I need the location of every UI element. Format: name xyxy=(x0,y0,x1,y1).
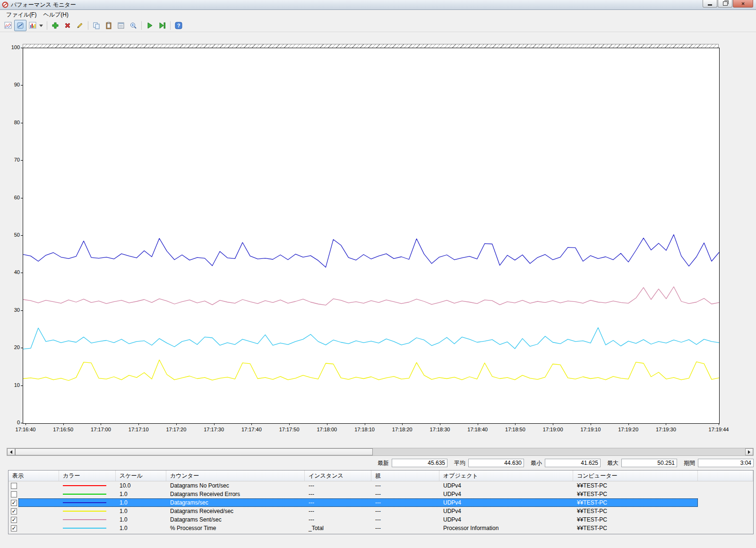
average-value: 44.630 xyxy=(468,459,524,467)
y-axis-tick-label: 40 xyxy=(1,269,20,275)
duration-value: 3:04 xyxy=(698,459,754,467)
counter-legend-table: 表示 カラー スケール カウンター インスタンス 親 オブジェクト コンピュータ… xyxy=(8,470,754,534)
horizontal-scrollbar[interactable] xyxy=(7,448,754,456)
highlight-pencil-icon xyxy=(76,22,84,29)
counter-statistics-bar: 最新 45.635 平均 44.630 最小 41.625 最大 50.251 … xyxy=(371,458,754,468)
legend-row[interactable]: 1.0Datagrams Received Errors------UDPv4¥… xyxy=(9,490,753,498)
column-header-parent[interactable]: 親 xyxy=(371,471,439,481)
column-header-color[interactable]: カラー xyxy=(59,471,116,481)
parent-cell: --- xyxy=(371,499,439,506)
scroll-right-button[interactable] xyxy=(745,448,753,455)
column-header-object[interactable]: オブジェクト xyxy=(439,471,573,481)
column-header-scale[interactable]: スケール xyxy=(116,471,166,481)
instance-cell: --- xyxy=(305,482,371,489)
histogram-dropdown-button[interactable] xyxy=(26,20,39,31)
counter-cell: Datagrams/sec xyxy=(166,499,305,506)
toolbar-separator xyxy=(170,21,171,30)
x-axis-tick-label: 17:17:10 xyxy=(129,427,149,432)
show-checkbox-checked[interactable]: ✓ xyxy=(11,500,17,506)
x-axis-tick-label: 17:19:44 xyxy=(709,427,729,432)
object-cell: UDPv4 xyxy=(439,491,573,497)
x-axis-tick xyxy=(101,423,101,425)
column-header-instance[interactable]: インスタンス xyxy=(305,471,371,481)
histogram-dropdown-icon xyxy=(29,22,36,29)
menu-help[interactable]: ヘルプ(H) xyxy=(40,10,72,20)
title-bar: パフォーマンス モニター ✕ xyxy=(0,0,756,10)
parent-cell: --- xyxy=(371,508,439,514)
duration-label: 期間 xyxy=(684,459,695,467)
show-checkbox-unchecked[interactable] xyxy=(11,483,17,489)
legend-row[interactable]: ✓1.0Datagrams Received/sec------UDPv4¥¥T… xyxy=(9,507,753,515)
scale-cell: 1.0 xyxy=(116,525,166,531)
y-axis-tick-label: 30 xyxy=(1,307,20,313)
y-axis-tick-label: 20 xyxy=(1,344,20,350)
x-axis-tick-label: 17:18:20 xyxy=(392,427,412,432)
legend-row[interactable]: ✓1.0% Processor Time_Total---Processor I… xyxy=(9,524,753,532)
show-checkbox-unchecked[interactable] xyxy=(11,491,17,497)
y-axis-tick xyxy=(21,48,23,48)
column-header-computer[interactable]: コンピューター xyxy=(573,471,698,481)
add-counter-button[interactable] xyxy=(49,20,61,31)
series-line-datagrams-sec xyxy=(23,235,719,267)
series-line-datagrams-received-sec xyxy=(23,360,719,381)
y-axis-tick xyxy=(21,235,23,236)
help-button[interactable]: ? xyxy=(172,20,185,31)
legend-row[interactable]: 10.0Datagrams No Port/sec------UDPv4¥¥TE… xyxy=(9,481,753,490)
scroll-left-button[interactable] xyxy=(7,448,15,455)
object-cell: UDPv4 xyxy=(439,499,573,506)
zoom-button[interactable] xyxy=(127,20,139,31)
x-axis-tick xyxy=(176,423,177,425)
y-axis-tick-label: 50 xyxy=(1,232,20,238)
column-header-show[interactable]: 表示 xyxy=(9,471,59,481)
counter-color-swatch xyxy=(63,502,106,503)
x-axis-tick xyxy=(515,423,515,425)
x-axis-tick xyxy=(440,423,440,425)
x-axis-tick-label: 17:18:10 xyxy=(354,427,375,432)
chart-lines xyxy=(23,48,719,423)
x-axis-tick-label: 17:18:30 xyxy=(430,427,450,432)
play-button[interactable] xyxy=(144,20,156,31)
highlight-pencil-button[interactable] xyxy=(74,20,86,31)
parent-cell: --- xyxy=(371,482,439,489)
y-axis-tick-label: 80 xyxy=(1,120,20,125)
column-header-counter[interactable]: カウンター xyxy=(166,471,305,481)
step-forward-button[interactable] xyxy=(156,20,168,31)
legend-row[interactable]: ✓1.0Datagrams Sent/sec------UDPv4¥¥TEST-… xyxy=(9,515,753,524)
latest-label: 最新 xyxy=(378,459,389,467)
current-activity-button[interactable] xyxy=(14,20,26,31)
x-axis-tick-label: 17:17:50 xyxy=(279,427,300,432)
object-cell: UDPv4 xyxy=(439,508,573,514)
scale-cell: 1.0 xyxy=(116,516,166,523)
counter-cell: Datagrams Sent/sec xyxy=(166,516,305,523)
show-checkbox-checked[interactable]: ✓ xyxy=(11,517,17,523)
window-controls: ✕ xyxy=(702,0,753,8)
x-axis-tick-label: 17:19:10 xyxy=(581,427,601,432)
scale-cell: 1.0 xyxy=(116,491,166,497)
properties-button[interactable] xyxy=(115,20,127,31)
y-axis-tick-label: 0 xyxy=(1,420,20,425)
menu-file[interactable]: ファイル(F) xyxy=(3,10,40,20)
counter-cell: Datagrams Received/sec xyxy=(166,508,305,514)
counter-color-swatch xyxy=(63,494,106,495)
scrollbar-thumb[interactable] xyxy=(15,448,373,455)
show-checkbox-checked[interactable]: ✓ xyxy=(11,525,17,531)
computer-cell: ¥¥TEST-PC xyxy=(573,482,698,489)
minimize-button[interactable] xyxy=(703,0,717,8)
play-icon xyxy=(146,22,154,29)
toolbar-separator xyxy=(47,21,47,30)
x-axis-tick xyxy=(26,423,26,425)
show-checkbox-checked[interactable]: ✓ xyxy=(11,508,17,514)
x-axis-tick xyxy=(666,423,666,425)
y-axis-tick xyxy=(21,160,23,161)
chart-type-dropdown-icon[interactable] xyxy=(39,25,43,27)
x-axis-tick-label: 17:18:00 xyxy=(317,427,337,432)
maximum-value: 50.251 xyxy=(621,459,677,467)
computer-cell: ¥¥TEST-PC xyxy=(573,491,698,497)
delete-button[interactable] xyxy=(61,20,74,31)
copy-properties-button[interactable] xyxy=(90,20,103,31)
restore-button[interactable] xyxy=(718,0,732,8)
legend-row[interactable]: ✓1.0Datagrams/sec------UDPv4¥¥TEST-PC xyxy=(9,498,753,507)
close-button[interactable]: ✕ xyxy=(733,0,753,8)
paste-counter-list-button[interactable] xyxy=(103,20,115,31)
line-chart-button[interactable] xyxy=(2,20,14,31)
